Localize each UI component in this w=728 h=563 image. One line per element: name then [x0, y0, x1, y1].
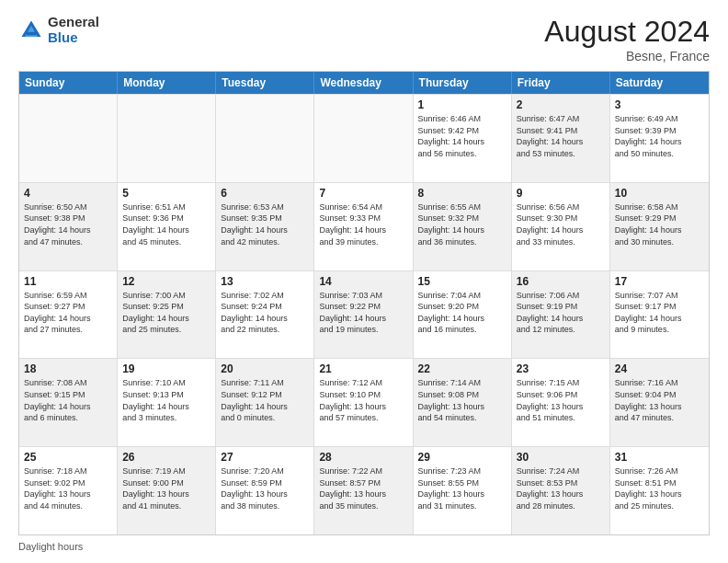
calendar-header: SundayMondayTuesdayWednesdayThursdayFrid…	[19, 72, 709, 94]
day-number: 12	[122, 275, 210, 288]
calendar-cell: 16Sunrise: 7:06 AM Sunset: 9:19 PM Dayli…	[512, 271, 610, 359]
day-number: 25	[24, 451, 112, 464]
cell-info: Sunrise: 6:50 AM Sunset: 9:38 PM Dayligh…	[24, 201, 112, 247]
calendar-cell: 8Sunrise: 6:55 AM Sunset: 9:32 PM Daylig…	[414, 183, 512, 270]
cell-info: Sunrise: 6:49 AM Sunset: 9:39 PM Dayligh…	[615, 113, 704, 159]
calendar-cell: 4Sunrise: 6:50 AM Sunset: 9:38 PM Daylig…	[19, 183, 118, 270]
day-number: 3	[615, 98, 704, 111]
calendar-cell: 25Sunrise: 7:18 AM Sunset: 9:02 PM Dayli…	[19, 447, 118, 534]
calendar-cell	[216, 95, 314, 182]
day-number: 9	[517, 187, 605, 200]
calendar-cell: 29Sunrise: 7:23 AM Sunset: 8:55 PM Dayli…	[414, 447, 512, 534]
calendar-cell: 17Sunrise: 7:07 AM Sunset: 9:17 PM Dayli…	[610, 271, 709, 359]
cell-info: Sunrise: 7:06 AM Sunset: 9:19 PM Dayligh…	[517, 290, 605, 336]
cell-info: Sunrise: 7:10 AM Sunset: 9:13 PM Dayligh…	[122, 377, 210, 423]
calendar-week-3: 18Sunrise: 7:08 AM Sunset: 9:15 PM Dayli…	[19, 358, 709, 446]
day-number: 23	[517, 362, 605, 375]
calendar-cell: 24Sunrise: 7:16 AM Sunset: 9:04 PM Dayli…	[610, 359, 709, 446]
cell-info: Sunrise: 7:19 AM Sunset: 9:00 PM Dayligh…	[122, 465, 210, 511]
calendar-header-friday: Friday	[512, 72, 610, 94]
calendar-header-monday: Monday	[118, 72, 216, 94]
calendar-cell: 14Sunrise: 7:03 AM Sunset: 9:22 PM Dayli…	[314, 271, 413, 359]
calendar-week-1: 4Sunrise: 6:50 AM Sunset: 9:38 PM Daylig…	[19, 182, 709, 270]
calendar-cell: 15Sunrise: 7:04 AM Sunset: 9:20 PM Dayli…	[414, 271, 512, 359]
logo-blue: Blue	[48, 29, 78, 45]
calendar-cell: 10Sunrise: 6:58 AM Sunset: 9:29 PM Dayli…	[610, 183, 709, 270]
calendar-cell: 28Sunrise: 7:22 AM Sunset: 8:57 PM Dayli…	[314, 447, 413, 534]
calendar-cell: 31Sunrise: 7:26 AM Sunset: 8:51 PM Dayli…	[610, 447, 709, 534]
day-number: 8	[418, 187, 506, 200]
daylight-label: Daylight hours	[18, 541, 83, 552]
cell-info: Sunrise: 7:22 AM Sunset: 8:57 PM Dayligh…	[319, 465, 407, 511]
calendar-cell: 1Sunrise: 6:46 AM Sunset: 9:42 PM Daylig…	[414, 95, 512, 182]
calendar-cell	[19, 95, 118, 182]
day-number: 30	[517, 451, 605, 464]
day-number: 14	[319, 275, 407, 288]
day-number: 26	[122, 451, 210, 464]
day-number: 17	[615, 275, 704, 288]
day-number: 16	[517, 275, 605, 288]
cell-info: Sunrise: 6:51 AM Sunset: 9:36 PM Dayligh…	[122, 201, 210, 247]
calendar-header-wednesday: Wednesday	[314, 72, 413, 94]
cell-info: Sunrise: 6:53 AM Sunset: 9:35 PM Dayligh…	[221, 201, 309, 247]
calendar-cell: 2Sunrise: 6:47 AM Sunset: 9:41 PM Daylig…	[512, 95, 610, 182]
cell-info: Sunrise: 7:23 AM Sunset: 8:55 PM Dayligh…	[418, 465, 506, 511]
day-number: 4	[24, 187, 112, 200]
cell-info: Sunrise: 7:12 AM Sunset: 9:10 PM Dayligh…	[319, 377, 407, 423]
calendar-cell: 11Sunrise: 6:59 AM Sunset: 9:27 PM Dayli…	[19, 271, 118, 359]
cell-info: Sunrise: 6:56 AM Sunset: 9:30 PM Dayligh…	[517, 201, 605, 247]
day-number: 13	[221, 275, 309, 288]
cell-info: Sunrise: 6:47 AM Sunset: 9:41 PM Dayligh…	[517, 113, 605, 159]
cell-info: Sunrise: 7:16 AM Sunset: 9:04 PM Dayligh…	[615, 377, 704, 423]
calendar-cell: 5Sunrise: 6:51 AM Sunset: 9:36 PM Daylig…	[118, 183, 216, 270]
day-number: 1	[418, 98, 506, 111]
day-number: 21	[319, 362, 407, 375]
svg-rect-2	[27, 31, 37, 35]
cell-info: Sunrise: 6:59 AM Sunset: 9:27 PM Dayligh…	[24, 290, 112, 336]
cell-info: Sunrise: 7:00 AM Sunset: 9:25 PM Dayligh…	[122, 290, 210, 336]
day-number: 19	[122, 362, 210, 375]
day-number: 31	[615, 451, 704, 464]
calendar-header-sunday: Sunday	[19, 72, 118, 94]
footer: Daylight hours	[18, 541, 710, 552]
calendar-week-4: 25Sunrise: 7:18 AM Sunset: 9:02 PM Dayli…	[19, 446, 709, 534]
logo-icon	[18, 17, 44, 43]
day-number: 11	[24, 275, 112, 288]
calendar-cell: 30Sunrise: 7:24 AM Sunset: 8:53 PM Dayli…	[512, 447, 610, 534]
month-year: August 2024	[544, 15, 710, 49]
calendar-cell: 27Sunrise: 7:20 AM Sunset: 8:59 PM Dayli…	[216, 447, 314, 534]
day-number: 24	[615, 362, 704, 375]
cell-info: Sunrise: 7:11 AM Sunset: 9:12 PM Dayligh…	[221, 377, 309, 423]
calendar-cell: 19Sunrise: 7:10 AM Sunset: 9:13 PM Dayli…	[118, 359, 216, 446]
cell-info: Sunrise: 6:58 AM Sunset: 9:29 PM Dayligh…	[615, 201, 704, 247]
cell-info: Sunrise: 6:54 AM Sunset: 9:33 PM Dayligh…	[319, 201, 407, 247]
cell-info: Sunrise: 7:18 AM Sunset: 9:02 PM Dayligh…	[24, 465, 112, 511]
calendar-week-2: 11Sunrise: 6:59 AM Sunset: 9:27 PM Dayli…	[19, 270, 709, 359]
logo: GeneralBlue	[18, 15, 99, 45]
cell-info: Sunrise: 7:14 AM Sunset: 9:08 PM Dayligh…	[418, 377, 506, 423]
day-number: 18	[24, 362, 112, 375]
day-number: 29	[418, 451, 506, 464]
cell-info: Sunrise: 7:07 AM Sunset: 9:17 PM Dayligh…	[615, 290, 704, 336]
cell-info: Sunrise: 7:20 AM Sunset: 8:59 PM Dayligh…	[221, 465, 309, 511]
logo-text: GeneralBlue	[48, 15, 99, 45]
calendar-header-thursday: Thursday	[414, 72, 512, 94]
cell-info: Sunrise: 6:46 AM Sunset: 9:42 PM Dayligh…	[418, 113, 506, 159]
calendar-cell: 13Sunrise: 7:02 AM Sunset: 9:24 PM Dayli…	[216, 271, 314, 359]
cell-info: Sunrise: 7:02 AM Sunset: 9:24 PM Dayligh…	[221, 290, 309, 336]
calendar-cell: 21Sunrise: 7:12 AM Sunset: 9:10 PM Dayli…	[314, 359, 413, 446]
calendar-cell: 26Sunrise: 7:19 AM Sunset: 9:00 PM Dayli…	[118, 447, 216, 534]
calendar-cell: 3Sunrise: 6:49 AM Sunset: 9:39 PM Daylig…	[610, 95, 709, 182]
cell-info: Sunrise: 7:24 AM Sunset: 8:53 PM Dayligh…	[517, 465, 605, 511]
cell-info: Sunrise: 7:03 AM Sunset: 9:22 PM Dayligh…	[319, 290, 407, 336]
cell-info: Sunrise: 7:15 AM Sunset: 9:06 PM Dayligh…	[517, 377, 605, 423]
calendar-cell: 23Sunrise: 7:15 AM Sunset: 9:06 PM Dayli…	[512, 359, 610, 446]
calendar-cell: 18Sunrise: 7:08 AM Sunset: 9:15 PM Dayli…	[19, 359, 118, 446]
calendar-cell	[314, 95, 413, 182]
day-number: 7	[319, 187, 407, 200]
day-number: 2	[517, 98, 605, 111]
day-number: 28	[319, 451, 407, 464]
day-number: 5	[122, 187, 210, 200]
header: GeneralBlue August 2024 Besne, France	[18, 15, 710, 63]
calendar-cell: 22Sunrise: 7:14 AM Sunset: 9:08 PM Dayli…	[414, 359, 512, 446]
